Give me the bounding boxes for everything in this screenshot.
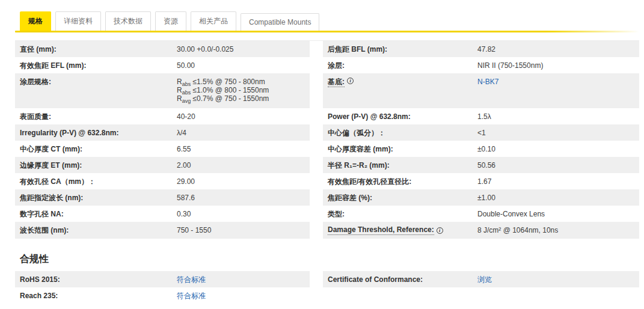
spec-label: 有效焦距/有效孔径直径比: <box>323 173 475 189</box>
spec-value: 29.00 <box>174 173 310 189</box>
spec-row-design-wavelength: 焦距指定波长 (nm): 587.6 焦距容差 (%): ±1.00 <box>15 189 639 206</box>
spec-value: ±1.00 <box>475 189 639 206</box>
spec-label: 后焦距 BFL (mm): <box>323 41 475 57</box>
compliance-table: RoHS 2015: 符合标准 Certificate of Conforman… <box>15 271 639 304</box>
column-gap <box>310 124 323 141</box>
tab-accent-underline <box>15 31 639 32</box>
column-gap <box>310 141 323 157</box>
spec-value: 6.55 <box>174 141 310 157</box>
column-gap <box>310 173 323 189</box>
spec-row-numerical-aperture: 数字孔径 NA: 0.30 类型: Double-Convex Lens <box>15 206 639 222</box>
coating-line-rest: ≤1.5% @ 750 - 800nm <box>191 78 265 86</box>
spec-label: Power (P-V) @ 632.8nm: <box>323 108 475 124</box>
spec-value: 750 - 1550 <box>174 222 310 239</box>
spec-label: 半径 R₁=-R₂ (mm): <box>323 157 475 173</box>
spec-label-substrate: 基底: i <box>323 73 475 108</box>
spec-label: 中心厚度 CT (mm): <box>15 141 174 157</box>
spec-row-center-thickness: 中心厚度 CT (mm): 6.55 中心厚度容差 (mm): ±0.10 <box>15 141 639 157</box>
tab-compatible-mounts[interactable]: Compatible Mounts <box>241 13 319 31</box>
spec-value: 47.82 <box>475 41 639 57</box>
spec-label: Reach 235: <box>15 287 174 304</box>
spec-row-clear-aperture: 有效孔径 CA（mm）： 29.00 有效焦距/有效孔径直径比: 1.67 <box>15 173 639 189</box>
spec-value: 8 J/cm² @ 1064nm, 10ns <box>475 222 639 239</box>
coating-spec-value: Rabs ≤1.5% @ 750 - 800nm Rabs ≤1.0% @ 80… <box>174 73 310 108</box>
spec-value: ±0.10 <box>475 141 639 157</box>
spec-label: 边缘厚度 ET (mm): <box>15 157 174 173</box>
spec-value: 浏览 <box>475 271 639 287</box>
coating-line-rest: ≤0.7% @ 750 - 1550nm <box>191 94 269 103</box>
column-gap <box>310 189 323 206</box>
spec-value: 50.56 <box>475 157 639 173</box>
spec-label: 焦距容差 (%): <box>323 189 475 206</box>
tab-related-products[interactable]: 相关产品 <box>191 11 236 31</box>
spec-value: Double-Convex Lens <box>475 206 639 222</box>
spec-label-damage-threshold: Damage Threshold, Reference: i <box>323 222 475 239</box>
spec-label: 波长范围 (nm): <box>15 222 174 239</box>
spec-value: λ/4 <box>174 124 310 141</box>
spec-value-empty <box>475 287 639 304</box>
coating-line-sub: avg <box>182 98 191 104</box>
column-gap <box>310 57 323 73</box>
column-gap <box>310 287 323 304</box>
spec-value: 符合标准 <box>174 287 310 304</box>
spec-label-empty <box>323 287 475 304</box>
spec-value: NIR II (750-1550nm) <box>475 57 639 73</box>
spec-row-efl: 有效焦距 EFL (mm): 50.00 涂层: NIR II (750-155… <box>15 57 639 73</box>
spec-value: 符合标准 <box>174 271 310 287</box>
substrate-tooltip-label[interactable]: 基底: <box>328 78 345 87</box>
info-icon[interactable]: i <box>437 227 443 234</box>
spec-row-coating: 涂层规格: Rabs ≤1.5% @ 750 - 800nm Rabs ≤1.0… <box>15 73 639 108</box>
tab-details[interactable]: 详细资料 <box>55 11 101 31</box>
spec-value: 2.00 <box>174 157 310 173</box>
spec-label: 涂层规格: <box>15 73 174 108</box>
spec-row-diameter: 直径 (mm): 30.00 +0.0/-0.025 后焦距 BFL (mm):… <box>15 41 639 57</box>
coating-line-rest: ≤1.0% @ 800 - 1550nm <box>191 86 269 94</box>
spec-value: 1.5λ <box>475 108 639 124</box>
spec-label: Irregularity (P-V) @ 632.8nm: <box>15 124 174 141</box>
spec-label: 直径 (mm): <box>15 41 174 57</box>
coating-spec-line: Rabs ≤1.0% @ 800 - 1550nm <box>177 86 269 94</box>
coating-spec-line: Ravg ≤0.7% @ 750 - 1550nm <box>177 94 269 103</box>
rohs-compliant-link[interactable]: 符合标准 <box>177 275 206 284</box>
spec-label: 有效孔径 CA（mm）： <box>15 173 174 189</box>
spec-label: Certificate of Conformance: <box>323 271 475 287</box>
spec-row-edge-thickness: 边缘厚度 ET (mm): 2.00 半径 R₁=-R₂ (mm): 50.56 <box>15 157 639 173</box>
product-spec-page: 规格 详细资料 技术数据 资源 相关产品 Compatible Mounts 直… <box>0 0 644 304</box>
spec-row-wavelength-range: 波长范围 (nm): 750 - 1550 Damage Threshold, … <box>15 222 639 239</box>
info-icon[interactable]: i <box>347 78 354 84</box>
tab-bar: 规格 详细资料 技术数据 资源 相关产品 Compatible Mounts <box>15 11 639 31</box>
spec-row-irregularity: Irregularity (P-V) @ 632.8nm: λ/4 中心偏（弧分… <box>15 124 639 141</box>
spec-value: 1.67 <box>475 173 639 189</box>
column-gap <box>310 206 323 222</box>
tab-resources[interactable]: 资源 <box>155 11 186 31</box>
column-gap <box>310 222 323 239</box>
reach-compliant-link[interactable]: 符合标准 <box>177 292 206 300</box>
spec-label: 表面质量: <box>15 108 174 124</box>
spec-label: 类型: <box>323 206 475 222</box>
spec-value: <1 <box>475 124 639 141</box>
spec-label: 中心厚度容差 (mm): <box>323 141 475 157</box>
coating-line-base: R <box>177 94 182 103</box>
substrate-link[interactable]: N-BK7 <box>477 78 498 86</box>
tab-specs[interactable]: 规格 <box>20 11 51 31</box>
spec-label: 焦距指定波长 (nm): <box>15 189 174 206</box>
spec-label: 有效焦距 EFL (mm): <box>15 57 174 73</box>
coating-spec-line: Rabs ≤1.5% @ 750 - 800nm <box>177 78 269 86</box>
column-gap <box>310 271 323 287</box>
spec-table: 直径 (mm): 30.00 +0.0/-0.025 后焦距 BFL (mm):… <box>15 40 639 239</box>
compliance-row-rohs: RoHS 2015: 符合标准 Certificate of Conforman… <box>15 271 639 287</box>
damage-threshold-tooltip-label[interactable]: Damage Threshold, Reference: <box>328 225 434 235</box>
spec-value: 587.6 <box>174 189 310 206</box>
compliance-row-reach: Reach 235: 符合标准 <box>15 287 639 304</box>
spec-value: 30.00 +0.0/-0.025 <box>174 41 310 57</box>
certificate-view-link[interactable]: 浏览 <box>477 275 492 284</box>
spec-label: 中心偏（弧分）： <box>323 124 475 141</box>
spec-row-surface-quality: 表面质量: 40-20 Power (P-V) @ 632.8nm: 1.5λ <box>15 108 639 124</box>
tab-technical-data[interactable]: 技术数据 <box>105 11 151 31</box>
spec-value: 50.00 <box>174 57 310 73</box>
column-gap <box>310 108 323 124</box>
spec-value: 0.30 <box>174 206 310 222</box>
coating-line-base: R <box>177 78 182 86</box>
coating-line-base: R <box>177 86 182 94</box>
spec-label: 涂层: <box>323 57 475 73</box>
